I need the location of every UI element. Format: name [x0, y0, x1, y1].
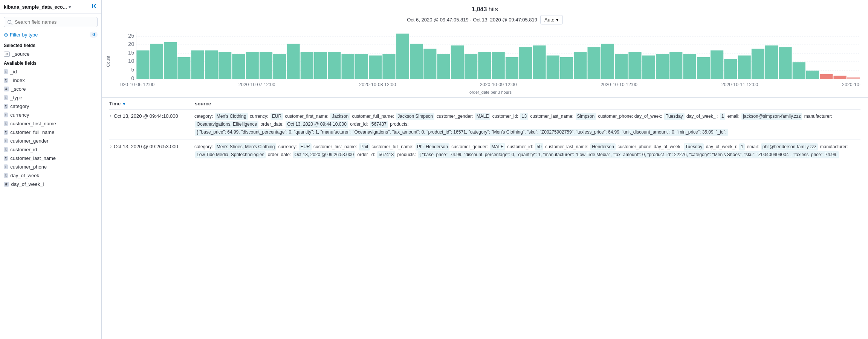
svg-rect-54 [656, 54, 669, 79]
field-item-customer_id[interactable]: tcustomer_id [0, 145, 101, 154]
svg-rect-67 [833, 76, 846, 79]
svg-text:2020-10-09 12:00: 2020-10-09 12:00 [480, 82, 517, 87]
main-content: 1,043 hits Oct 6, 2020 @ 09:47:05.819 - … [102, 0, 868, 339]
field-value: 1 [720, 113, 726, 120]
filter-by-type-button[interactable]: ⊕ Filter by type [4, 32, 38, 38]
field-key: customer_phone: [617, 144, 654, 149]
field-value: 13 [520, 113, 528, 120]
field-key: order_id: [350, 122, 369, 127]
svg-rect-27 [287, 44, 300, 79]
svg-rect-53 [642, 56, 655, 79]
svg-text:2020-10-10 12:00: 2020-10-10 12:00 [601, 82, 637, 87]
field-key: customer_id: [492, 114, 520, 119]
sidebar: kibana_sample_data_eco... ▾ ⊕ Filter by … [0, 0, 102, 339]
field-key: order_id: [357, 152, 376, 157]
hits-title: 1,043 hits [109, 6, 860, 13]
svg-rect-34 [382, 54, 395, 79]
svg-text:2020-10-08 12:00: 2020-10-08 12:00 [359, 82, 396, 87]
field-key: order_date: [260, 122, 285, 127]
field-value: Oceanavigations, Elitelligence [195, 121, 258, 128]
histogram-container[interactable]: 0 5 10 15 20 25 2020-10-06 12:002020-10-… [121, 28, 860, 88]
svg-rect-32 [355, 54, 368, 79]
expand-row-button[interactable]: › [109, 112, 112, 119]
field-value: 567437 [370, 121, 388, 128]
field-key: order_date: [268, 152, 292, 157]
expand-row-button[interactable]: › [109, 143, 112, 150]
svg-rect-23 [232, 54, 245, 79]
field-name-category: category [10, 103, 29, 109]
svg-line-2 [11, 23, 12, 24]
field-value: Men's Shoes, Men's Clothing [215, 143, 277, 150]
svg-rect-22 [219, 52, 231, 79]
svg-text:2020-10-12 12:00: 2020-10-12 12:00 [842, 82, 860, 87]
field-item-customer_full_name[interactable]: tcustomer_full_name [0, 128, 101, 137]
field-item-currency[interactable]: tcurrency [0, 111, 101, 119]
field-value: Simpson [576, 113, 596, 120]
chevron-down-icon: ▾ [556, 17, 559, 23]
field-item-_score[interactable]: #_score [0, 85, 101, 93]
svg-text:0: 0 [131, 75, 134, 81]
svg-rect-43 [506, 57, 518, 79]
svg-rect-31 [342, 54, 355, 79]
field-name-_id: _id [10, 69, 17, 74]
svg-text:20: 20 [128, 41, 134, 47]
field-type-badge-_index: t [4, 78, 8, 83]
field-key: day_of_week: [634, 114, 663, 119]
th-source: _source [192, 101, 860, 106]
svg-rect-38 [437, 54, 450, 79]
td-source: category: Men's Clothing currency: EUR c… [194, 112, 860, 137]
field-item-day_of_week[interactable]: tday_of_week [0, 171, 101, 180]
svg-rect-39 [451, 46, 464, 79]
svg-rect-47 [560, 57, 573, 79]
field-name-customer_phone: customer_phone [10, 164, 47, 170]
svg-rect-55 [669, 52, 682, 79]
field-type-badge-_type: t [4, 95, 8, 100]
th-time[interactable]: Time ▼ [109, 101, 192, 106]
field-item-_id[interactable]: t_id [0, 67, 101, 76]
field-item-category[interactable]: tcategory [0, 102, 101, 111]
field-item-day_of_week_i[interactable]: #day_of_week_i [0, 180, 101, 189]
field-item-customer_last_name[interactable]: tcustomer_last_name [0, 154, 101, 163]
field-value: MALE [475, 113, 491, 120]
field-item-customer_first_name[interactable]: tcustomer_first_name [0, 119, 101, 128]
field-key: customer_gender: [451, 144, 489, 149]
svg-rect-59 [724, 59, 737, 79]
auto-interval-button[interactable]: Auto ▾ [540, 15, 563, 24]
field-name-day_of_week: day_of_week [10, 173, 39, 178]
field-item-customer_gender[interactable]: tcustomer_gender [0, 137, 101, 145]
field-value: phil@henderson-family.zzz [761, 143, 818, 150]
index-pattern-title: kibana_sample_data_eco... [4, 4, 67, 10]
svg-rect-60 [738, 56, 751, 79]
svg-rect-61 [752, 49, 764, 79]
field-value: EUR [270, 113, 283, 120]
field-name-customer_gender: customer_gender [10, 138, 48, 144]
field-value: Low Tide Media, Spritechnologies [195, 151, 266, 158]
svg-rect-29 [314, 52, 327, 79]
search-icon [7, 20, 12, 25]
field-type-badge-customer_id: t [4, 147, 8, 152]
svg-text:2020-10-11 12:00: 2020-10-11 12:00 [721, 82, 758, 87]
collapse-sidebar-button[interactable] [92, 3, 98, 11]
field-value: Oct 13, 2020 @ 09:26:53.000 [293, 151, 356, 158]
svg-rect-17 [150, 44, 163, 79]
table-header: Time ▼ _source [109, 98, 860, 109]
search-input[interactable] [15, 19, 94, 25]
field-item-_type[interactable]: t_type [0, 93, 101, 102]
svg-rect-40 [465, 54, 477, 79]
field-key: customer_id: [507, 144, 534, 149]
search-field-names-box[interactable] [4, 17, 98, 27]
td-time: Oct 13, 2020 @ 09:26:53.000 [114, 143, 194, 149]
field-item-customer_phone[interactable]: tcustomer_phone [0, 163, 101, 171]
svg-rect-52 [628, 52, 641, 79]
field-type-badge-customer_last_name: t [4, 156, 8, 161]
field-key: manufacturer: [820, 144, 848, 149]
field-value: 1 [739, 143, 745, 150]
field-name-customer_id: customer_id [10, 147, 37, 152]
field-type-badge-currency: t [4, 112, 8, 117]
svg-text:25: 25 [128, 33, 134, 39]
field-value: EUR [299, 143, 311, 150]
field-item-_index[interactable]: t_index [0, 76, 101, 85]
field-item-source[interactable]: ⊙ _source [0, 50, 101, 58]
table-row: ›Oct 13, 2020 @ 09:44:10.000category: Me… [109, 109, 860, 140]
available-fields-list: t_idt_index#_scoret_typetcategorytcurren… [0, 67, 101, 189]
